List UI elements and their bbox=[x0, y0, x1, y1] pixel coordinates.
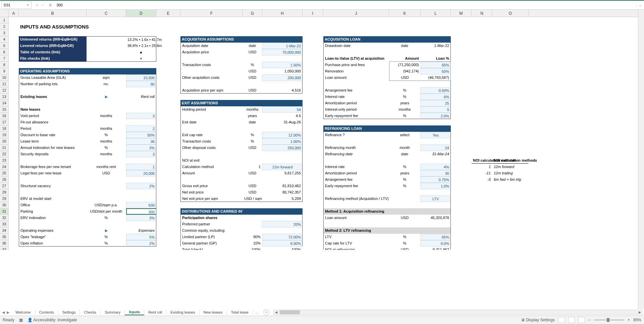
cell[interactable] bbox=[389, 36, 421, 43]
cell[interactable]: 38.8% • 2.1x • 25.6m bbox=[126, 43, 156, 49]
cell[interactable] bbox=[87, 17, 126, 23]
cell[interactable] bbox=[472, 113, 492, 119]
cell[interactable] bbox=[243, 17, 262, 23]
cell[interactable] bbox=[421, 221, 451, 227]
cell[interactable] bbox=[126, 30, 156, 36]
cell[interactable] bbox=[323, 221, 389, 227]
cell[interactable]: NOI calculation methods bbox=[472, 157, 492, 164]
cell[interactable] bbox=[87, 68, 126, 74]
col-header[interactable]: N bbox=[472, 10, 492, 17]
cell[interactable] bbox=[156, 17, 180, 23]
cell[interactable] bbox=[9, 30, 19, 36]
cell[interactable]: Holding period bbox=[180, 106, 243, 113]
cell[interactable] bbox=[492, 145, 529, 151]
col-header[interactable]: M bbox=[451, 10, 472, 17]
cell[interactable] bbox=[126, 87, 156, 94]
cell[interactable]: ▶ bbox=[87, 227, 126, 234]
nav-right-icon[interactable]: ▶ bbox=[7, 310, 9, 315]
cell[interactable]: Operating expenses bbox=[19, 227, 87, 234]
cell[interactable]: Gross Leasable Area (GLA) bbox=[19, 74, 87, 81]
row-header[interactable]: 33 bbox=[0, 221, 9, 227]
cell[interactable] bbox=[472, 221, 492, 227]
cell[interactable] bbox=[156, 138, 180, 145]
cell[interactable] bbox=[421, 125, 451, 132]
row-header[interactable]: 11 bbox=[0, 81, 9, 87]
cell[interactable] bbox=[156, 106, 180, 113]
row-header[interactable]: 12 bbox=[0, 87, 9, 94]
cell[interactable] bbox=[180, 81, 243, 87]
cell[interactable] bbox=[303, 170, 323, 176]
cell[interactable]: Interest rate bbox=[323, 94, 389, 100]
cell[interactable] bbox=[9, 132, 19, 138]
row-header[interactable]: 21 bbox=[0, 145, 9, 151]
cell[interactable] bbox=[303, 81, 323, 87]
cell[interactable] bbox=[303, 215, 323, 221]
cell[interactable] bbox=[492, 81, 529, 87]
cell[interactable] bbox=[9, 183, 19, 189]
row-header[interactable]: 32 bbox=[0, 215, 9, 221]
cell[interactable] bbox=[389, 196, 421, 202]
cell[interactable] bbox=[492, 132, 529, 138]
cell[interactable]: USD bbox=[243, 189, 262, 196]
cell[interactable] bbox=[9, 55, 19, 62]
cell[interactable]: 3 bbox=[126, 113, 156, 119]
cell[interactable] bbox=[126, 196, 156, 202]
cell[interactable] bbox=[156, 227, 180, 234]
cell[interactable]: OPERATING ASSUMPTIONS bbox=[19, 68, 87, 74]
tab-rent-roll[interactable]: Rent roll bbox=[144, 310, 166, 315]
cell[interactable] bbox=[87, 183, 126, 189]
view-page-break-button[interactable] bbox=[578, 317, 585, 323]
cell[interactable]: % bbox=[389, 113, 421, 119]
cell[interactable] bbox=[180, 55, 243, 62]
cell[interactable]: 300 bbox=[126, 208, 156, 215]
cell[interactable]: USD bbox=[243, 145, 262, 151]
cell[interactable] bbox=[303, 247, 323, 250]
cell[interactable] bbox=[87, 23, 126, 30]
row-header[interactable]: 34 bbox=[0, 227, 9, 234]
cell[interactable] bbox=[180, 30, 243, 36]
cell[interactable]: 2 bbox=[126, 125, 156, 132]
cell[interactable] bbox=[421, 227, 451, 234]
cell[interactable]: 3 bbox=[126, 151, 156, 157]
cell[interactable]: 250,000 bbox=[262, 145, 303, 151]
tab-new-leases[interactable]: New leases bbox=[200, 310, 227, 315]
cell[interactable] bbox=[9, 196, 19, 202]
cell[interactable] bbox=[262, 208, 303, 215]
cell[interactable]: 72.00% bbox=[262, 234, 303, 240]
cell[interactable]: Acquisition date bbox=[180, 43, 243, 49]
cell[interactable] bbox=[9, 23, 19, 30]
cell[interactable] bbox=[472, 81, 492, 87]
row-header[interactable]: 14 bbox=[0, 100, 9, 106]
cell[interactable] bbox=[87, 55, 126, 62]
cell[interactable] bbox=[19, 30, 87, 36]
cell[interactable] bbox=[421, 30, 451, 36]
cell[interactable] bbox=[303, 132, 323, 138]
cell[interactable]: 1 bbox=[243, 164, 262, 170]
cell[interactable]: 2% bbox=[126, 240, 156, 247]
cell[interactable] bbox=[156, 189, 180, 196]
cell[interactable] bbox=[451, 81, 472, 87]
cell[interactable]: Common equity, including: bbox=[180, 227, 243, 234]
cell[interactable] bbox=[303, 30, 323, 36]
cell[interactable] bbox=[451, 100, 472, 106]
cell[interactable] bbox=[156, 247, 180, 250]
cell[interactable]: 31-Aug-26 bbox=[262, 119, 303, 125]
cell[interactable] bbox=[389, 138, 421, 145]
row-header[interactable]: 35 bbox=[0, 234, 9, 240]
cell[interactable] bbox=[243, 208, 262, 215]
cell[interactable] bbox=[389, 157, 421, 164]
cell[interactable] bbox=[472, 74, 492, 81]
cell[interactable] bbox=[180, 113, 243, 119]
cell[interactable] bbox=[472, 151, 492, 157]
cell[interactable] bbox=[303, 43, 323, 49]
cell[interactable]: 70,000,000 bbox=[262, 49, 303, 55]
row-header[interactable]: 26 bbox=[0, 176, 9, 183]
cell[interactable] bbox=[323, 17, 389, 23]
cell[interactable] bbox=[156, 87, 180, 94]
cell[interactable]: Yes bbox=[421, 132, 451, 138]
cell[interactable]: Other disposal costs bbox=[180, 145, 243, 151]
tab-summary[interactable]: Summary bbox=[101, 310, 125, 315]
cell[interactable] bbox=[492, 183, 529, 189]
cell[interactable] bbox=[492, 119, 529, 125]
scroll-right-icon[interactable]: ▶ bbox=[637, 311, 642, 314]
